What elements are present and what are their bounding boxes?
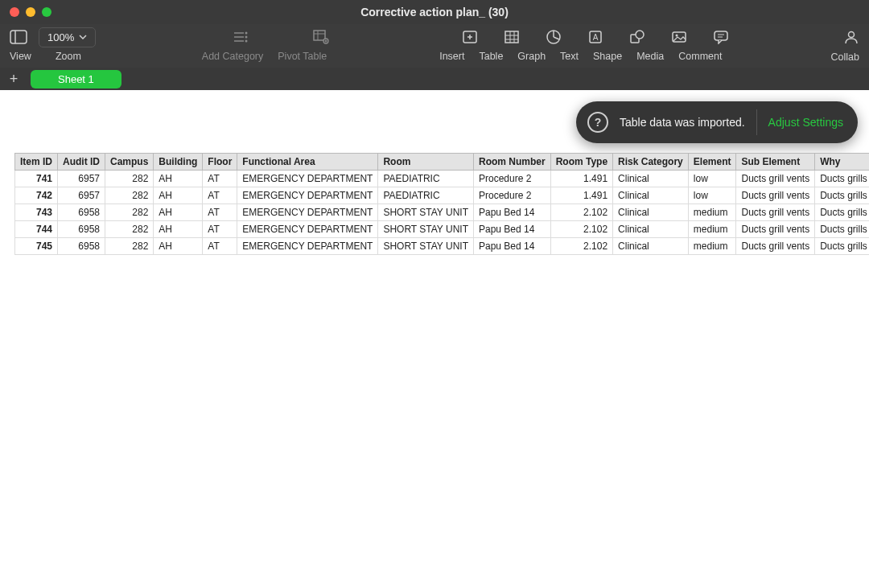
table-icon[interactable] xyxy=(504,30,520,44)
cell-audit-id[interactable]: 6957 xyxy=(58,171,105,187)
cell-why[interactable]: Ducts grills and vents are intact and n xyxy=(815,238,869,255)
media-icon[interactable] xyxy=(671,30,687,44)
cell-campus[interactable]: 282 xyxy=(105,221,154,238)
cell-room[interactable]: PAEDIATRIC xyxy=(378,187,474,204)
graph-icon[interactable] xyxy=(546,29,562,45)
cell-room-type[interactable]: 2.102 xyxy=(550,238,612,255)
comment-icon[interactable] xyxy=(713,30,729,44)
cell-room-number[interactable]: Papu Bed 14 xyxy=(473,221,550,238)
cell-room[interactable]: PAEDIATRIC xyxy=(378,171,474,187)
cell-element[interactable]: medium xyxy=(688,221,736,238)
cell-audit-id[interactable]: 6958 xyxy=(58,238,105,255)
spreadsheet-canvas[interactable]: ? Table data was imported. Adjust Settin… xyxy=(0,90,869,588)
cell-room[interactable]: SHORT STAY UNIT xyxy=(378,238,474,255)
graph-label[interactable]: Graph xyxy=(517,51,546,62)
cell-risk-category[interactable]: Clinical xyxy=(613,187,689,204)
col-audit-id[interactable]: Audit ID xyxy=(58,154,105,171)
table-row[interactable]: 7416957282AHATEMERGENCY DEPARTMENTPAEDIA… xyxy=(15,171,870,187)
cell-item-id[interactable]: 743 xyxy=(15,204,58,221)
cell-functional-area[interactable]: EMERGENCY DEPARTMENT xyxy=(237,221,378,238)
col-item-id[interactable]: Item ID xyxy=(15,154,58,171)
cell-campus[interactable]: 282 xyxy=(105,204,154,221)
maximize-window-button[interactable] xyxy=(42,7,51,17)
cell-sub-element[interactable]: Ducts grill vents xyxy=(736,221,815,238)
cell-audit-id[interactable]: 6958 xyxy=(58,204,105,221)
cell-risk-category[interactable]: Clinical xyxy=(613,221,689,238)
cell-audit-id[interactable]: 6957 xyxy=(58,187,105,204)
cell-risk-category[interactable]: Clinical xyxy=(613,238,689,255)
cell-element[interactable]: low xyxy=(688,187,736,204)
add-category-icon[interactable] xyxy=(233,31,249,43)
cell-building[interactable]: AH xyxy=(154,221,203,238)
cell-item-id[interactable]: 744 xyxy=(15,221,58,238)
col-building[interactable]: Building xyxy=(154,154,203,171)
cell-building[interactable]: AH xyxy=(154,204,203,221)
cell-sub-element[interactable]: Ducts grill vents xyxy=(736,238,815,255)
collaborate-label[interactable]: Collab xyxy=(831,51,859,63)
cell-floor[interactable]: AT xyxy=(203,171,237,187)
cell-sub-element[interactable]: Ducts grill vents xyxy=(736,187,815,204)
sidebar-toggle-icon[interactable] xyxy=(10,30,27,44)
collaborate-icon[interactable] xyxy=(843,29,859,45)
cell-item-id[interactable]: 745 xyxy=(15,238,58,255)
minimize-window-button[interactable] xyxy=(26,7,35,17)
cell-room-number[interactable]: Procedure 2 xyxy=(473,187,550,204)
cell-risk-category[interactable]: Clinical xyxy=(613,171,689,187)
cell-functional-area[interactable]: EMERGENCY DEPARTMENT xyxy=(237,187,378,204)
zoom-label[interactable]: Zoom xyxy=(56,51,81,62)
cell-room-number[interactable]: Papu Bed 14 xyxy=(473,204,550,221)
pivot-table-label[interactable]: Pivot Table xyxy=(278,51,327,62)
cell-floor[interactable]: AT xyxy=(203,187,237,204)
text-icon[interactable]: A xyxy=(587,30,603,44)
cell-element[interactable]: medium xyxy=(688,204,736,221)
shape-icon[interactable] xyxy=(629,30,645,44)
comment-label[interactable]: Comment xyxy=(678,51,722,62)
data-table[interactable]: Item ID Audit ID Campus Building Floor F… xyxy=(14,153,869,255)
help-icon[interactable]: ? xyxy=(587,112,608,133)
cell-why[interactable]: Ducts grills and vents are in place and xyxy=(815,204,869,221)
cell-building[interactable]: AH xyxy=(154,238,203,255)
cell-campus[interactable]: 282 xyxy=(105,187,154,204)
cell-campus[interactable]: 282 xyxy=(105,171,154,187)
col-room-type[interactable]: Room Type xyxy=(550,154,612,171)
col-why[interactable]: Why xyxy=(815,154,869,171)
table-row[interactable]: 7446958282AHATEMERGENCY DEPARTMENTSHORT … xyxy=(15,221,870,238)
close-window-button[interactable] xyxy=(10,7,19,17)
cell-item-id[interactable]: 741 xyxy=(15,171,58,187)
insert-icon[interactable] xyxy=(462,30,478,44)
cell-campus[interactable]: 282 xyxy=(105,238,154,255)
cell-room-number[interactable]: Papu Bed 14 xyxy=(473,238,550,255)
cell-audit-id[interactable]: 6958 xyxy=(58,221,105,238)
col-room[interactable]: Room xyxy=(378,154,474,171)
cell-why[interactable]: Ducts grills and vents are intact and n xyxy=(815,187,869,204)
cell-functional-area[interactable]: EMERGENCY DEPARTMENT xyxy=(237,238,378,255)
cell-building[interactable]: AH xyxy=(154,187,203,204)
media-label[interactable]: Media xyxy=(636,51,664,62)
cell-room[interactable]: SHORT STAY UNIT xyxy=(378,221,474,238)
cell-functional-area[interactable]: EMERGENCY DEPARTMENT xyxy=(237,204,378,221)
col-sub-element[interactable]: Sub Element xyxy=(736,154,815,171)
zoom-dropdown[interactable]: 100% xyxy=(39,27,96,47)
col-risk-category[interactable]: Risk Category xyxy=(613,154,689,171)
table-row[interactable]: 7436958282AHATEMERGENCY DEPARTMENTSHORT … xyxy=(15,204,870,221)
cell-floor[interactable]: AT xyxy=(203,238,237,255)
cell-functional-area[interactable]: EMERGENCY DEPARTMENT xyxy=(237,171,378,187)
cell-element[interactable]: medium xyxy=(688,238,736,255)
col-element[interactable]: Element xyxy=(688,154,736,171)
table-label[interactable]: Table xyxy=(479,51,503,62)
pivot-table-icon[interactable] xyxy=(313,30,329,44)
cell-element[interactable]: low xyxy=(688,171,736,187)
cell-room-type[interactable]: 1.491 xyxy=(550,171,612,187)
cell-why[interactable]: Ducts grills and vents are free from du xyxy=(815,221,869,238)
add-sheet-button[interactable]: + xyxy=(5,71,23,88)
col-floor[interactable]: Floor xyxy=(203,154,237,171)
cell-building[interactable]: AH xyxy=(154,171,203,187)
cell-room-type[interactable]: 2.102 xyxy=(550,221,612,238)
cell-item-id[interactable]: 742 xyxy=(15,187,58,204)
adjust-settings-button[interactable]: Adjust Settings xyxy=(768,116,843,129)
shape-label[interactable]: Shape xyxy=(593,51,622,62)
cell-risk-category[interactable]: Clinical xyxy=(613,204,689,221)
col-room-number[interactable]: Room Number xyxy=(473,154,550,171)
cell-sub-element[interactable]: Ducts grill vents xyxy=(736,204,815,221)
cell-why[interactable]: Ducts grills and vents are in place and xyxy=(815,171,869,187)
